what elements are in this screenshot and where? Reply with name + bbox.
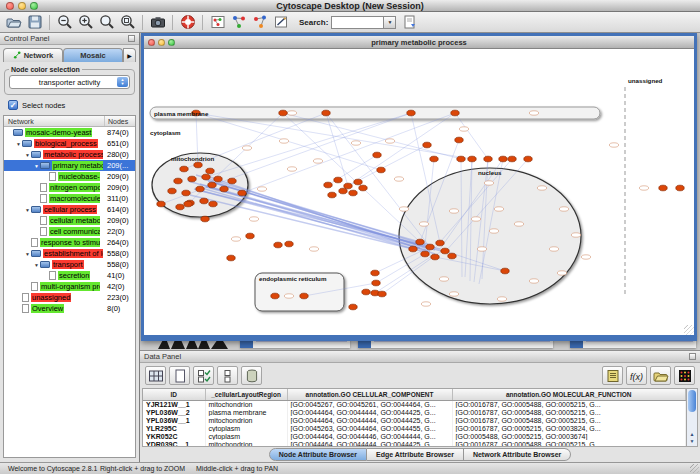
table-row[interactable]: YLR295Ccytoplasm[GO:0045263, GO:0044464,…: [143, 424, 686, 432]
network-node[interactable]: [501, 268, 509, 274]
tab-node-attribute-browser[interactable]: Node Attribute Browser: [269, 448, 367, 461]
small-node[interactable]: [287, 111, 296, 115]
small-node[interactable]: [284, 294, 293, 298]
tab-overflow-arrow[interactable]: ▶: [123, 48, 136, 62]
camera-button[interactable]: [147, 13, 168, 32]
help-ring-button[interactable]: [177, 13, 198, 32]
table-row[interactable]: YPL036W__2plasma membrane[GO:0044464, GO…: [143, 408, 686, 416]
small-node[interactable]: [257, 187, 266, 191]
minimize-icon[interactable]: [158, 39, 165, 46]
small-node[interactable]: [419, 222, 428, 226]
network-overview-button[interactable]: [207, 13, 228, 32]
small-node[interactable]: [557, 271, 566, 275]
search-dropdown-icon[interactable]: ▼: [383, 16, 396, 29]
network-node[interactable]: [431, 254, 439, 260]
node-color-dropdown[interactable]: transporter activity ▲▼: [9, 75, 130, 89]
network-node[interactable]: [201, 216, 209, 222]
network-node[interactable]: [524, 156, 532, 162]
tree-item-overview[interactable]: Overview8(0): [4, 303, 135, 314]
zoom-fit-button[interactable]: [96, 13, 117, 32]
small-node[interactable]: [494, 207, 503, 211]
network-node[interactable]: [339, 188, 347, 194]
notepad-button[interactable]: [602, 366, 623, 385]
small-node[interactable]: [421, 302, 430, 306]
network-node[interactable]: [377, 167, 385, 173]
network-node[interactable]: [324, 182, 332, 188]
small-node[interactable]: [537, 186, 546, 190]
tree-item-cellular-process[interactable]: ▼cellular process614(0): [4, 204, 135, 215]
expand-arrow-icon[interactable]: ▼: [24, 251, 31, 257]
small-node[interactable]: [459, 127, 468, 131]
small-node[interactable]: [549, 247, 558, 251]
small-node[interactable]: [385, 139, 394, 143]
network-node[interactable]: [423, 142, 431, 148]
nucleus-region[interactable]: [399, 168, 581, 304]
small-node[interactable]: [639, 186, 648, 190]
small-node[interactable]: [484, 181, 493, 185]
folder-yellow-button[interactable]: [650, 366, 671, 385]
tab-network[interactable]: Network: [3, 48, 63, 62]
tree-item-macromolecule[interactable]: macromolecule311(0): [4, 193, 135, 204]
network-node[interactable]: [441, 248, 449, 254]
layout-b-button[interactable]: [249, 13, 270, 32]
network-node[interactable]: [416, 239, 424, 245]
tree-col-network[interactable]: Network: [8, 118, 34, 125]
tab-edge-attribute-browser[interactable]: Edge Attribute Browser: [367, 448, 464, 461]
network-node[interactable]: [208, 182, 216, 188]
network-node[interactable]: [451, 110, 459, 116]
small-node[interactable]: [571, 233, 580, 237]
network-node[interactable]: [194, 162, 202, 168]
small-node[interactable]: [249, 217, 258, 221]
tree-item-nucleobase[interactable]: nucleobase-209(0): [4, 171, 135, 182]
trash-button[interactable]: [241, 366, 262, 385]
table-row[interactable]: YJR121W__1mitochondrion[GO:0045267, GO:0…: [143, 400, 686, 408]
network-node[interactable]: [209, 201, 217, 207]
network-node[interactable]: [246, 233, 254, 239]
network-node[interactable]: [484, 156, 492, 162]
expand-arrow-icon[interactable]: ▼: [15, 141, 22, 147]
small-node[interactable]: [559, 207, 568, 211]
network-node[interactable]: [220, 186, 228, 192]
network-node[interactable]: [359, 185, 367, 191]
network-node[interactable]: [279, 110, 287, 116]
window-titlebar[interactable]: Cytoscape Desktop (New Session): [0, 0, 700, 12]
column-header-annotation-go-molecular-function[interactable]: annotation.GO MOLECULAR_FUNCTION: [452, 389, 686, 400]
small-node[interactable]: [489, 229, 498, 233]
tab-mosaic[interactable]: Mosaic: [63, 48, 123, 62]
zoom-out-button[interactable]: [54, 13, 75, 32]
annotate-button[interactable]: [270, 13, 291, 32]
network-node[interactable]: [214, 176, 222, 182]
network-node[interactable]: [426, 244, 434, 250]
small-node[interactable]: [471, 217, 480, 221]
select-squares-button[interactable]: [217, 366, 238, 385]
small-node[interactable]: [351, 141, 360, 145]
tree-item-mosaic-demo-yeast[interactable]: mosaic-demo-yeast874(0): [4, 127, 135, 138]
network-node[interactable]: [344, 183, 352, 189]
network-node[interactable]: [373, 152, 381, 158]
window-resize-grip[interactable]: [690, 464, 699, 473]
network-node[interactable]: [430, 156, 438, 162]
float-panel-icon[interactable]: [128, 35, 135, 42]
network-node[interactable]: [157, 201, 165, 207]
minimize-icon[interactable]: [18, 2, 26, 10]
search-input[interactable]: [331, 16, 383, 29]
network-node[interactable]: [659, 185, 667, 191]
tree-item-metabolic-process[interactable]: ▼metabolic process280(0): [4, 149, 135, 160]
network-node[interactable]: [409, 246, 417, 252]
scrollbar-thumb[interactable]: [688, 390, 696, 412]
small-node[interactable]: [477, 247, 486, 251]
small-node[interactable]: [287, 167, 296, 171]
small-node[interactable]: [279, 139, 288, 143]
network-node[interactable]: [362, 289, 370, 295]
small-node[interactable]: [449, 292, 458, 296]
small-node[interactable]: [514, 222, 523, 226]
network-node[interactable]: [407, 110, 415, 116]
network-node[interactable]: [271, 293, 279, 299]
small-node[interactable]: [313, 159, 322, 163]
network-node[interactable]: [421, 251, 429, 257]
network-node[interactable]: [371, 270, 379, 276]
new-doc-button[interactable]: [169, 366, 190, 385]
network-node[interactable]: [238, 190, 246, 196]
network-canvas[interactable]: plasma membranecytoplasmmitochondrionnuc…: [144, 49, 694, 335]
network-node[interactable]: [372, 280, 380, 286]
